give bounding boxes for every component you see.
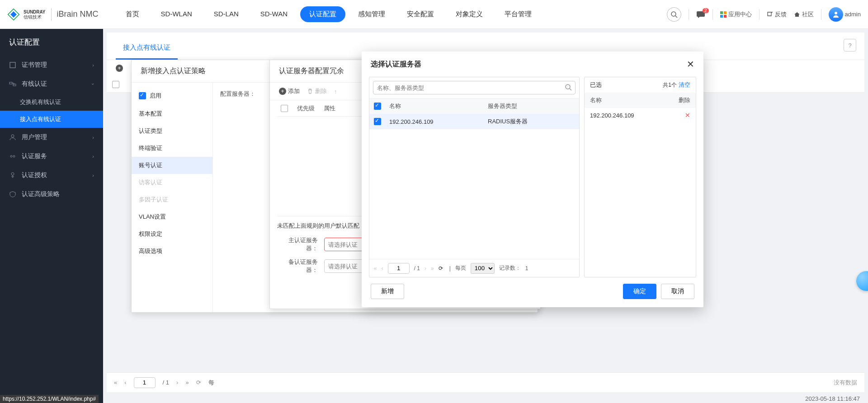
app-center-link[interactable]: 应用中心 (720, 10, 752, 19)
svg-rect-8 (9, 82, 12, 84)
per-page-label: 每页 (455, 264, 466, 272)
avatar-icon (829, 7, 843, 22)
redun-delete-button[interactable]: 删除 (307, 87, 327, 95)
search-button[interactable] (667, 7, 681, 22)
per-page-select[interactable]: 100 (471, 263, 495, 274)
next-page-button[interactable]: › (176, 379, 178, 386)
select-all-checkbox[interactable] (112, 81, 119, 88)
pm-nav-adv[interactable]: 高级选项 (132, 243, 212, 260)
first-page-button[interactable]: « (114, 379, 117, 386)
prev-page-button[interactable]: ‹ (382, 265, 383, 272)
row-name: 192.200.246.109 (389, 118, 480, 125)
page-input[interactable] (134, 377, 156, 388)
community-link[interactable]: 社区 (794, 10, 814, 19)
pm-nav-guest[interactable]: 访客认证 (132, 174, 212, 191)
nav-sdwan[interactable]: SD-WAN (251, 6, 297, 22)
feedback-icon (767, 11, 773, 18)
refresh-button[interactable]: ⟳ (439, 265, 443, 272)
sidebar-item-auth-service[interactable]: 认证服务 › (0, 147, 103, 166)
last-page-button[interactable]: » (185, 379, 189, 386)
last-page-button[interactable]: » (431, 265, 434, 272)
selected-row: 192.200.246.109 ✕ (585, 108, 696, 122)
feedback-link[interactable]: 反馈 (767, 10, 787, 19)
chevron-down-icon: › (90, 83, 96, 85)
svg-rect-7 (10, 62, 15, 68)
divider: | (449, 265, 451, 272)
page-input[interactable] (388, 263, 410, 274)
th-attr: 属性 (324, 104, 335, 112)
sidebar-sub-switch-wired[interactable]: 交换机有线认证 (0, 94, 103, 111)
th-name: 名称 (389, 102, 480, 110)
policy-icon (9, 191, 16, 198)
cancel-button[interactable]: 取消 (661, 284, 694, 299)
pm-nav-authtype[interactable]: 认证类型 (132, 122, 212, 140)
separator (689, 9, 689, 20)
nav-home[interactable]: 首页 (117, 6, 148, 22)
redun-select-all[interactable] (281, 105, 288, 112)
first-page-button[interactable]: « (374, 265, 377, 272)
no-data-label: 没有数据 (834, 379, 857, 387)
selector-search-input[interactable] (373, 81, 576, 94)
brand-logo-icon (7, 8, 20, 21)
selector-footer: 新增 确定 取消 (362, 277, 703, 307)
enable-checkbox[interactable] (139, 92, 146, 99)
add-button[interactable]: + (116, 65, 123, 72)
top-nav: 首页 SD-WLAN SD-LAN SD-WAN 认证配置 感知管理 安全配置 … (117, 6, 541, 22)
nav-perception[interactable]: 感知管理 (349, 6, 394, 22)
sidebar-item-users[interactable]: 用户管理 › (0, 128, 103, 147)
nav-auth-config[interactable]: 认证配置 (300, 6, 345, 22)
product-name: iBrain NMC (57, 9, 99, 19)
tab-ap-wired-auth[interactable]: 接入点有线认证 (116, 37, 178, 60)
brand-en: SUNDRAY (24, 9, 46, 14)
sidebar-label: 有线认证 (22, 80, 47, 88)
cert-icon (9, 61, 16, 69)
nav-object[interactable]: 对象定义 (447, 6, 492, 22)
sidebar-item-adv-policy[interactable]: 认证高级策略 (0, 185, 103, 204)
pm-nav-mfa[interactable]: 多因子认证 (132, 191, 212, 208)
remove-button[interactable]: ✕ (685, 112, 690, 119)
sidebar-item-auth-grant[interactable]: 认证授权 › (0, 166, 103, 185)
nav-sdlan[interactable]: SD-LAN (205, 6, 248, 22)
app-center-label: 应用中心 (728, 10, 752, 19)
clear-button[interactable]: 清空 (679, 81, 690, 89)
messages-button[interactable]: 2 (696, 11, 705, 18)
sidebar-item-wired[interactable]: 有线认证 › (0, 75, 103, 94)
prev-page-button[interactable]: ‹ (124, 379, 126, 386)
service-icon (9, 153, 16, 160)
home-icon (794, 11, 800, 18)
pm-nav-terminal[interactable]: 终端验证 (132, 140, 212, 157)
selector-table-row[interactable]: 192.200.246.109 RADIUS服务器 (369, 114, 579, 129)
refresh-button[interactable]: ⟳ (196, 379, 201, 386)
delete-label: 删除 (315, 87, 327, 95)
ok-button[interactable]: 确定 (623, 284, 656, 299)
nav-platform[interactable]: 平台管理 (495, 6, 541, 22)
logo-divider (51, 8, 52, 21)
sidebar-sub-ap-wired[interactable]: 接入点有线认证 (0, 111, 103, 128)
close-button[interactable]: ✕ (687, 59, 694, 70)
pm-nav-perm[interactable]: 权限设定 (132, 225, 212, 243)
row-checkbox[interactable] (374, 118, 381, 125)
nav-security[interactable]: 安全配置 (398, 6, 443, 22)
user-menu[interactable]: admin (829, 7, 861, 22)
plus-icon: + (116, 65, 123, 72)
sidebar-item-cert[interactable]: 证书管理 › (0, 56, 103, 75)
chevron-right-icon: › (92, 173, 94, 178)
separator (821, 9, 821, 20)
chevron-right-icon: › (92, 62, 94, 68)
selector-left-panel: 名称 服务器类型 192.200.246.109 RADIUS服务器 « ‹ /… (369, 77, 580, 277)
pm-nav-basic[interactable]: 基本配置 (132, 105, 212, 122)
selector-select-all[interactable] (374, 103, 381, 110)
move-up-button[interactable]: ↑ (334, 88, 337, 95)
redun-add-button[interactable]: +添加 (279, 87, 300, 95)
pm-nav-account[interactable]: 账号认证 (132, 157, 212, 174)
svg-line-15 (570, 89, 571, 90)
help-button[interactable]: ? (844, 39, 856, 52)
next-page-button[interactable]: › (425, 265, 426, 272)
th-priority: 优先级 (297, 104, 315, 112)
nav-sdwlan[interactable]: SD-WLAN (152, 6, 201, 22)
new-button[interactable]: 新增 (371, 284, 404, 299)
pm-nav-vlan[interactable]: VLAN设置 (132, 208, 212, 225)
grant-icon (9, 172, 16, 179)
sidebar-label: 认证授权 (22, 171, 47, 179)
page-total: / 1 (414, 265, 420, 272)
